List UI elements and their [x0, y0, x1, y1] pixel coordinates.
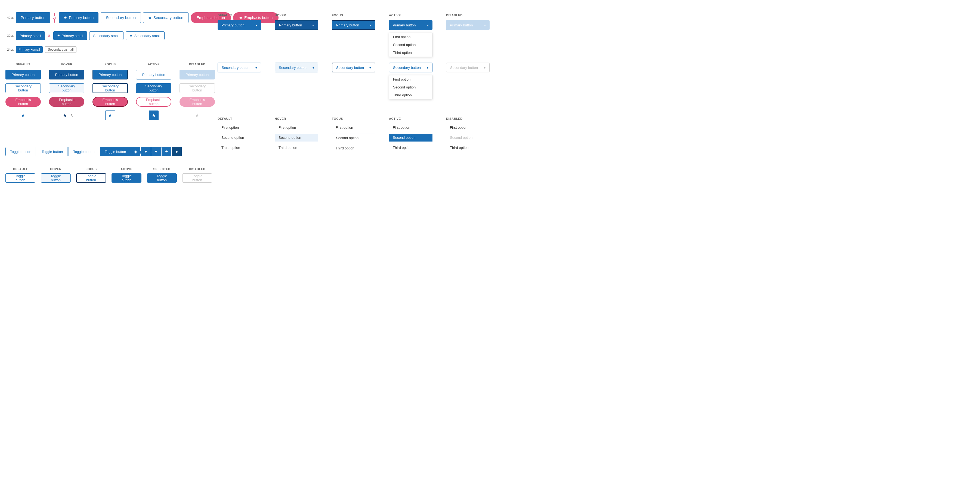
dropdown-option-first[interactable]: First option — [389, 33, 432, 41]
toggle-active[interactable]: Toggle button — [111, 173, 142, 183]
icon-disabled: ★ — [192, 110, 202, 120]
secondary-xsmall[interactable]: Secondary xsmall — [45, 46, 77, 53]
list-item-second-default[interactable]: Second option — [218, 134, 261, 142]
list-item-third-hover[interactable]: Third option — [275, 144, 318, 152]
list-item-third-active[interactable]: Third option — [389, 144, 433, 152]
list-item-first-focus[interactable]: First option — [332, 124, 375, 131]
toggle-hover[interactable]: Toggle button — [41, 173, 71, 183]
chevron-icon-active — [427, 23, 429, 27]
list-item-third-disabled: Third option — [446, 144, 490, 152]
dropdown-primary-active-label: ACTIVE — [389, 14, 433, 17]
state-label-default: DEFAULT — [16, 62, 30, 66]
emphasis-active[interactable]: Emphasis button — [136, 97, 171, 107]
icon-focus[interactable]: ★ — [105, 110, 115, 120]
toggle-state-focus: FOCUS — [85, 168, 97, 171]
icon-toggle-heart[interactable]: ♥ — [141, 147, 151, 156]
icon-toggle-circle[interactable]: ● — [172, 147, 182, 156]
primary-disabled: Primary button — [180, 70, 215, 80]
toggle-focus[interactable]: Toggle button — [76, 173, 106, 183]
primary-small-icon[interactable]: ★ Primary small — [53, 31, 87, 40]
icon-hover[interactable]: ★ — [60, 110, 70, 120]
icon-active[interactable]: ★ — [149, 110, 159, 120]
toggle-state-selected: SELECTED — [153, 168, 170, 171]
dropdown-option-second[interactable]: Second option — [389, 41, 432, 49]
dropdown-option-third[interactable]: Third option — [389, 49, 432, 57]
dropdown-primary-focus[interactable]: Primary button — [332, 20, 375, 30]
toggle-state-active: ACTIVE — [121, 168, 132, 171]
emphasis-focus[interactable]: Emphasis button — [92, 97, 128, 107]
secondary-button-40[interactable]: Secondary button — [101, 12, 141, 23]
dropdown-secondary-option-third[interactable]: Third option — [389, 91, 432, 99]
secondary-hover[interactable]: Secondary button — [49, 83, 84, 93]
list-item-third-focus[interactable]: Third option — [332, 144, 375, 152]
dropdown-secondary-option-second[interactable]: Second option — [389, 83, 432, 91]
primary-hover[interactable]: Primary button — [49, 70, 84, 80]
icon-default[interactable]: ★ — [18, 110, 28, 120]
list-item-first-active[interactable]: First option — [389, 124, 433, 131]
dropdown-secondary-default[interactable]: Secondary button — [218, 62, 261, 72]
icon-toggle-star[interactable]: ★ — [162, 147, 171, 156]
icon-toggle-heart2[interactable]: ♥ — [151, 147, 161, 156]
toggle-state-default: DEFAULT — [13, 168, 28, 171]
secondary-active[interactable]: Secondary button — [136, 83, 171, 93]
list-item-first-default[interactable]: First option — [218, 124, 261, 131]
primary-button-32[interactable]: Primary small — [16, 31, 45, 40]
list-item-second-focus[interactable]: Second option — [332, 134, 375, 142]
dropdown-secondary-focus[interactable]: Secondary button — [332, 62, 375, 72]
state-label-active: ACTIVE — [148, 62, 160, 66]
primary-default[interactable]: Primary button — [5, 70, 41, 80]
secondary-disabled: Secondary button — [180, 83, 215, 93]
list-item-second-disabled: Second option — [446, 134, 490, 142]
toggle-default[interactable]: Toggle button — [5, 173, 35, 183]
dropdown-secondary-option-first[interactable]: First option — [389, 75, 432, 83]
star-icon: ★ — [64, 16, 67, 20]
primary-button-40-icon[interactable]: ★ Primary button — [59, 12, 99, 23]
secondary-default[interactable]: Secondary button — [5, 83, 41, 93]
primary-focus[interactable]: Primary button — [92, 70, 128, 80]
list-item-second-hover[interactable]: Second option — [275, 134, 318, 142]
primary-active[interactable]: Primary button — [136, 70, 171, 80]
secondary-focus[interactable]: Secondary button — [92, 83, 128, 93]
chevron-icon-hover — [312, 23, 314, 27]
list-disabled-label: DISABLED — [446, 117, 490, 120]
list-item-second-active[interactable]: Second option — [389, 134, 433, 142]
star-icon-secondary-small: ★ — [130, 34, 133, 38]
dropdown-primary-default[interactable]: Primary button — [218, 20, 261, 30]
dropdown-primary-focus-label: FOCUS — [332, 14, 375, 17]
secondary-small-icon[interactable]: ★ Secondary small — [126, 31, 165, 40]
list-hover-label: HOVER — [275, 117, 318, 120]
chevron-secondary-disabled — [484, 65, 485, 70]
primary-xsmall[interactable]: Primary xsmall — [16, 46, 43, 53]
chevron-icon-disabled — [484, 23, 486, 27]
list-item-third-default[interactable]: Third option — [218, 144, 261, 152]
dropdown-secondary-hover[interactable]: Secondary button — [275, 62, 318, 72]
icon-toggle-diamond[interactable]: ◆ — [130, 147, 140, 156]
toggle-btn-3[interactable]: Toggle button — [68, 147, 99, 156]
toggle-btn-2[interactable]: Toggle button — [37, 147, 67, 156]
chevron-secondary-active — [427, 65, 428, 70]
chevron-secondary-default — [255, 65, 257, 70]
dropdown-primary-active[interactable]: Primary button — [389, 20, 433, 30]
list-item-first-disabled: First option — [446, 124, 490, 131]
emphasis-hover[interactable]: Emphasis button — [49, 97, 84, 107]
dropdown-menu-secondary: First option Second option Third option — [389, 75, 433, 99]
toggle-btn-4-selected[interactable]: Toggle button — [100, 147, 130, 156]
toggle-btn-1[interactable]: Toggle button — [5, 147, 36, 156]
emphasis-default[interactable]: Emphasis button — [5, 97, 41, 107]
dropdown-primary-default-label: DEFAULT — [218, 14, 261, 17]
dropdown-primary-disabled: Primary button — [446, 20, 490, 30]
cursor-hover: ↖ — [70, 113, 74, 118]
toggle-state-disabled: DISABLED — [189, 168, 206, 171]
dropdown-secondary-active[interactable]: Secondary button — [389, 62, 433, 72]
secondary-button-40-icon[interactable]: ★ Secondary button — [143, 12, 188, 23]
primary-button-40[interactable]: Primary button — [16, 12, 50, 23]
list-item-first-hover[interactable]: First option — [275, 124, 318, 131]
dropdown-menu-primary: First option Second option Third option — [389, 33, 433, 57]
chevron-secondary-focus — [369, 65, 371, 70]
chevron-secondary-hover — [312, 65, 314, 70]
toggle-selected[interactable]: Toggle button — [147, 173, 177, 183]
toggle-disabled: Toggle button — [182, 173, 212, 183]
toggle-state-hover: HOVER — [50, 168, 62, 171]
secondary-small[interactable]: Secondary small — [89, 31, 124, 40]
dropdown-primary-hover[interactable]: Primary button — [275, 20, 318, 30]
